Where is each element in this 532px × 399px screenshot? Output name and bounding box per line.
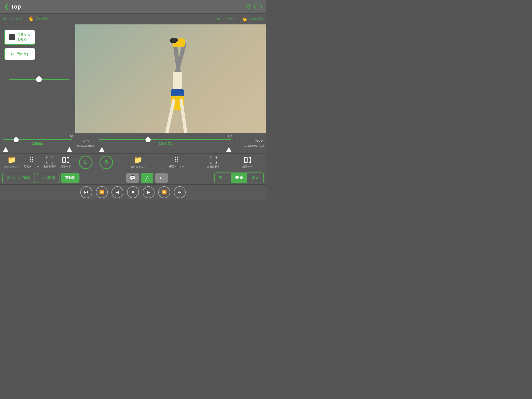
move-icon-right: 🖐 (242, 16, 248, 22)
toolbar-left-move-label: 重ね移動 (36, 17, 49, 21)
normal-button[interactable]: 普 通 (231, 173, 248, 183)
graph-button[interactable]: ╱ (141, 173, 153, 183)
icon-buttons-row: 📁 選択メニュー ⠿ 処理メニュー 全画面表示 (0, 153, 266, 171)
align-button[interactable]: ⬛ 位置をあわせる (4, 30, 35, 45)
right-process-menu-label: 処理メニュー (169, 165, 184, 168)
left-fullscreen-label: 全画面表示 (43, 165, 56, 168)
mid-info: 2/10 0.250/2.500s (75, 133, 96, 153)
svg-rect-5 (177, 38, 185, 47)
right-timeline-end: 911 (228, 135, 232, 138)
speed-group: 遅 い 普 通 速 い (214, 172, 264, 183)
timing-button[interactable]: タイミング確認 (2, 173, 35, 183)
right-timeline-time: 30.417s (98, 142, 232, 146)
left-process-menu-button[interactable]: ⠿ 処理メニュー (24, 156, 39, 168)
right-frame-info: 325/911 10.838/30.417s (235, 133, 266, 153)
left-process-menu-label: 処理メニュー (24, 165, 39, 168)
align-icon: ⬛ (9, 34, 15, 40)
slow-button[interactable]: 遅 い (215, 173, 231, 183)
left-timeline-track[interactable] (3, 139, 72, 140)
right-fullscreen-label: 全画面表示 (207, 165, 220, 168)
left-out-marker[interactable] (67, 147, 72, 152)
left-slider[interactable] (4, 79, 71, 80)
header: ❮ Top ⚙ ? (0, 0, 266, 14)
left-timeline-time: 2.500s (2, 142, 73, 146)
left-icon-group: 📁 選択メニュー ⠿ 処理メニュー 全画面表示 (0, 156, 75, 169)
right-fullscreen-button[interactable]: 全画面表示 (207, 156, 220, 168)
settings-icon[interactable]: ⚙ (245, 3, 251, 11)
reset-button[interactable]: ↩ 元に戻す (4, 48, 35, 60)
svg-rect-7 (171, 37, 177, 42)
toolbar-right-marker[interactable]: ✏ マーカー (217, 16, 236, 22)
step-back-button[interactable]: ◀ (111, 186, 123, 198)
right-mirror-button[interactable]: 鏡モード (242, 156, 253, 168)
right-timeline-track[interactable] (99, 139, 231, 140)
left-in-marker[interactable] (3, 147, 8, 152)
step-forward-button[interactable]: ⏩ (158, 186, 170, 198)
L-button[interactable]: L (79, 156, 92, 169)
right-icon-group: 📁 選択メニュー ⠿ 処理メニュー 全画面表示 (117, 156, 266, 169)
frame-sync-button[interactable]: コマ同期 (37, 173, 59, 183)
step-back-fast-button[interactable]: ⏪ (96, 186, 108, 198)
time-position: 0.250/2.500s (77, 144, 94, 147)
loop-button[interactable]: ↩ (155, 173, 168, 183)
playback-row: ⏮ ⏪ ◀ ■ ▶ ⏩ ⏭ (0, 184, 266, 200)
left-mirror-button[interactable]: 鏡モード (61, 156, 71, 168)
R-button[interactable]: R (99, 156, 113, 169)
marker-icon-left: ✏ (3, 16, 7, 22)
right-frame-counter: 325/911 (253, 139, 264, 143)
toolbar-right-marker-label: マーカー (222, 17, 236, 21)
realtime-button[interactable]: 実時間 (61, 173, 79, 183)
toolbar-right-move-label: 重ね移動 (249, 17, 263, 21)
right-time-position: 10.838/30.417s (244, 144, 264, 147)
left-timeline-thumb[interactable] (14, 137, 19, 142)
help-icon[interactable]: ? (254, 3, 262, 10)
toolbar-left-marker[interactable]: ✏ マーカー (3, 16, 22, 22)
toolbar-right-move[interactable]: 🖐 重ね移動 (242, 16, 263, 22)
move-icon-left: 🖐 (28, 16, 34, 22)
toolbar-left-move[interactable]: 🖐 重ね移動 (28, 16, 49, 22)
fullscreen-icon-left (46, 156, 54, 164)
svg-rect-23 (244, 157, 247, 163)
reset-label: 元に戻す (17, 52, 29, 56)
left-mirror-label: 鏡モード (61, 165, 71, 168)
right-select-menu-label: 選択メニュー (130, 165, 146, 169)
right-mirror-label: 鏡モード (242, 165, 253, 168)
process-icon-left: ⠿ (29, 156, 34, 164)
timelines-row: 1 10 2.500s 2/10 0.250/2.500s 1 911 (0, 133, 266, 153)
toolbar: ✏ マーカー 🖐 重ね移動 ✏ マーカー 🖐 重ね移動 (0, 14, 266, 24)
slider-track-left[interactable] (9, 79, 69, 80)
mode-row: タイミング確認 コマ同期 実時間 💬 ╱ ↩ 遅 い 普 通 速 い (0, 171, 266, 184)
fast-button[interactable]: 速 い (247, 173, 263, 183)
left-timeline-start: 1 (2, 135, 4, 138)
svg-rect-21 (63, 157, 65, 163)
right-process-menu-button[interactable]: ⠿ 処理メニュー (169, 156, 184, 168)
align-label: 位置をあわせる (17, 33, 31, 42)
skip-forward-button[interactable]: ⏭ (174, 186, 186, 198)
fullscreen-icon-right (210, 156, 217, 164)
header-title: Top (11, 3, 21, 10)
toolbar-left-marker-label: マーカー (9, 17, 22, 21)
frame-counter: 2/10 (83, 139, 89, 143)
right-select-menu-button[interactable]: 📁 選択メニュー (130, 156, 146, 169)
left-select-menu-label: 選択メニュー (4, 165, 20, 169)
left-fullscreen-button[interactable]: 全画面表示 (43, 156, 56, 168)
back-button[interactable]: ❮ (4, 3, 9, 10)
mid-mode-buttons: 💬 ╱ ↩ (81, 173, 213, 183)
slider-thumb-left[interactable] (36, 76, 42, 82)
svg-rect-11 (164, 99, 176, 138)
mirror-icon-right (244, 156, 251, 164)
left-select-menu-button[interactable]: 📁 選択メニュー (4, 156, 20, 169)
stop-button[interactable]: ■ (127, 186, 139, 198)
reset-icon: ↩ (10, 51, 15, 57)
right-timeline-start: 1 (98, 135, 100, 138)
play-button[interactable]: ▶ (143, 186, 155, 198)
right-timeline: 1 911 30.417s (96, 133, 235, 153)
right-in-marker[interactable] (99, 147, 104, 152)
skip-back-button[interactable]: ⏮ (80, 186, 92, 198)
right-out-marker[interactable] (226, 147, 231, 152)
header-right: ⚙ ? (245, 3, 262, 11)
chat-button[interactable]: 💬 (126, 173, 139, 183)
marker-icon-right: ✏ (217, 16, 221, 22)
process-icon-right: ⠿ (174, 156, 179, 164)
left-timeline: 1 10 2.500s (0, 133, 75, 153)
